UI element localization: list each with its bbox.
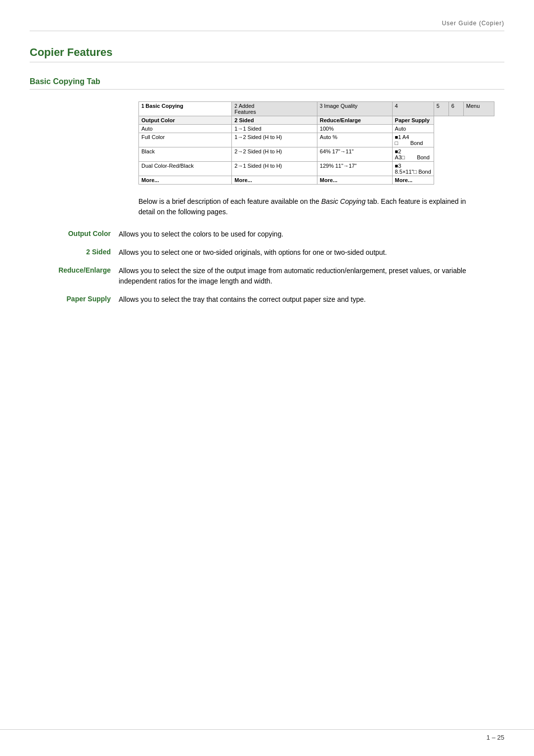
cell-more-reduce[interactable]: More... [317,176,392,185]
tab-added-features[interactable]: 2 AddedFeatures [232,102,317,116]
tab-5[interactable]: 5 [434,102,448,116]
feature-label-output-color: Output Color [30,229,119,239]
feature-desc-output-color: Allows you to select the colors to be us… [119,229,504,239]
cell-tray1: ■1 A4 □ Bond [392,133,434,147]
cell-1to1-sided: 1→1 Sided [232,125,317,133]
footer-page-number: 1 – 25 [487,734,504,741]
tab-menu[interactable]: Menu [463,102,494,116]
feature-reduce-enlarge: Reduce/Enlarge Allows you to select the … [30,266,504,286]
cell-black: Black [139,147,232,162]
col-header-reduce-enlarge: Reduce/Enlarge [317,116,392,125]
cell-more-sided[interactable]: More... [232,176,317,185]
feature-output-color: Output Color Allows you to select the co… [30,229,504,239]
tabs-row: 1 Basic Copying 2 AddedFeatures 3 Image … [139,102,494,116]
cell-auto-pct: Auto % [317,133,392,147]
ui-mockup-table: 1 Basic Copying 2 AddedFeatures 3 Image … [138,101,494,185]
col-header-paper-supply: Paper Supply [392,116,434,125]
section-title: Basic Copying Tab [30,77,504,90]
table-row: Black 2→2 Sided (H to H) 64% 17"→11" ■2 … [139,147,494,162]
cell-64pct: 64% 17"→11" [317,147,392,162]
col-header-2-sided: 2 Sided [232,116,317,125]
cell-more-supply[interactable]: More... [392,176,434,185]
description-block: Below is a brief description of each fea… [138,196,475,217]
cell-full-color: Full Color [139,133,232,147]
feature-label-paper-supply: Paper Supply [30,294,119,305]
table-row: Auto 1→1 Sided 100% Auto [139,125,494,133]
tab-basic-copying[interactable]: 1 Basic Copying [139,102,232,116]
header-text: User Guide (Copier) [442,20,504,27]
col-header-output-color: Output Color [139,116,232,125]
cell-tray3: ■3 8.5×11"□ Bond [392,162,434,176]
feature-desc-paper-supply: Allows you to select the tray that conta… [119,294,504,305]
table-row: Full Color 1→2 Sided (H to H) Auto % ■1 … [139,133,494,147]
cell-2to2-sided: 2→2 Sided (H to H) [232,147,317,162]
cell-more-color[interactable]: More... [139,176,232,185]
page-title: Copier Features [30,46,504,62]
cell-129pct: 129% 11"→17" [317,162,392,176]
cell-100pct: 100% [317,125,392,133]
feature-desc-reduce-enlarge: Allows you to select the size of the out… [119,266,504,286]
tab-6[interactable]: 6 [448,102,463,116]
feature-list: Output Color Allows you to select the co… [30,229,504,305]
feature-desc-2-sided: Allows you to select one or two-sided or… [119,247,504,258]
cell-auto: Auto [139,125,232,133]
cell-1to2-sided: 1→2 Sided (H to H) [232,133,317,147]
cell-dual-color: Dual Color-Red/Black [139,162,232,176]
cell-tray2: ■2 A3□ Bond [392,147,434,162]
tab-image-quality[interactable]: 3 Image Quality [317,102,392,116]
tab-4[interactable]: 4 [392,102,434,116]
table-row: Dual Color-Red/Black 2→1 Sided (H to H) … [139,162,494,176]
column-headers-row: Output Color 2 Sided Reduce/Enlarge Pape… [139,116,494,125]
feature-2-sided: 2 Sided Allows you to select one or two-… [30,247,504,258]
page-footer: 1 – 25 [0,729,534,741]
description-text: Below is a brief description of each fea… [138,196,475,217]
cell-2to1-sided: 2→1 Sided (H to H) [232,162,317,176]
feature-paper-supply: Paper Supply Allows you to select the tr… [30,294,504,305]
feature-label-reduce-enlarge: Reduce/Enlarge [30,266,119,286]
table-row: More... More... More... More... [139,176,494,185]
feature-label-2-sided: 2 Sided [30,247,119,258]
cell-auto-supply: Auto [392,125,434,133]
